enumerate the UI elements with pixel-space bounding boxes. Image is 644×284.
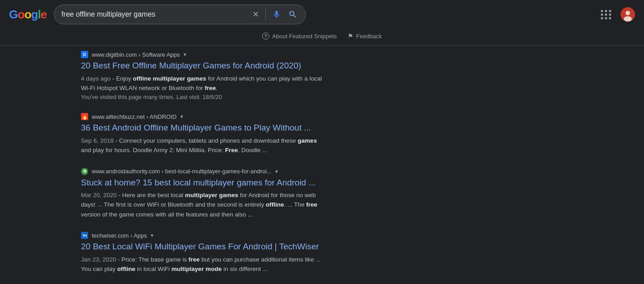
apps-dot <box>605 14 607 16</box>
apps-dot <box>601 14 603 16</box>
source-dropdown-arrow[interactable]: ▾ <box>180 113 183 120</box>
apps-dot <box>609 17 611 19</box>
result-desc-text: - Enjoy offline multiplayer games for An… <box>81 75 322 91</box>
feedback-label: Feedback <box>356 33 382 40</box>
result-title[interactable]: 36 Best Android Offline Multiplayer Game… <box>81 122 324 134</box>
favicon: ⚙ <box>81 168 88 175</box>
header: Google ✕ <box>0 0 644 29</box>
voice-search-button[interactable] <box>271 9 282 20</box>
flag-icon: ⚑ <box>348 32 353 40</box>
avatar[interactable] <box>621 7 635 22</box>
search-icons: ✕ <box>251 9 298 20</box>
clear-button[interactable]: ✕ <box>251 9 260 20</box>
google-logo[interactable]: Google <box>9 8 47 22</box>
svg-point-1 <box>626 11 630 15</box>
result-date: Mar 20, 2020 <box>81 192 117 198</box>
result-date: Sep 6, 2018 <box>81 137 114 144</box>
divider <box>265 9 266 20</box>
result-desc: Jan 23, 2020 - Price: The base game is f… <box>81 255 324 274</box>
search-button[interactable] <box>287 9 298 20</box>
result-desc: Sep 6, 2018 - Connect your computers, ta… <box>81 136 324 155</box>
visited-note: You've visited this page many times. Las… <box>81 94 324 100</box>
result-title[interactable]: 20 Best Free Offline Multiplayer Games f… <box>81 60 324 72</box>
result-source: D www.digitbin.com › www.digitbin.com › … <box>81 51 324 58</box>
about-featured-snippets-label: About Featured Snippets <box>272 33 337 40</box>
result-desc-text: - Connect your computers, tablets and ph… <box>81 137 317 153</box>
source-dropdown-arrow[interactable]: ▾ <box>151 232 153 239</box>
result-title[interactable]: Stuck at home? 15 best local multiplayer… <box>81 177 324 189</box>
result-source: 🔥 www.alltechbuzz.net › ANDROID ▾ <box>81 113 324 120</box>
snippet-bar: ? About Featured Snippets ⚑ Feedback <box>0 29 644 45</box>
result-date: 4 days ago <box>81 75 111 82</box>
favicon: TH <box>81 232 88 239</box>
result-desc-text: - Price: The base game is free but you c… <box>81 256 321 272</box>
result-item: ⚙ www.androidauthority.com › best-local-… <box>81 168 324 220</box>
search-input[interactable] <box>62 10 248 18</box>
apps-dot <box>609 14 611 16</box>
result-item: 🔥 www.alltechbuzz.net › ANDROID ▾ 36 Bes… <box>81 113 324 155</box>
apps-dot <box>609 10 611 12</box>
source-url: www.androidauthority.com › best-local-mu… <box>92 168 272 175</box>
result-title[interactable]: 20 Best Local WiFi Multiplayer Games For… <box>81 241 324 253</box>
result-source: ⚙ www.androidauthority.com › best-local-… <box>81 168 324 175</box>
about-featured-snippets-link[interactable]: ? About Featured Snippets <box>262 32 337 40</box>
search-bar: ✕ <box>54 5 306 24</box>
svg-point-2 <box>624 16 632 22</box>
result-item: D www.digitbin.com › www.digitbin.com › … <box>81 51 324 100</box>
source-dropdown-arrow[interactable]: ▾ <box>275 168 278 175</box>
result-desc: 4 days ago - Enjoy offline multiplayer g… <box>81 74 324 93</box>
source-url: techwiser.com › Apps <box>92 232 147 239</box>
feedback-link[interactable]: ⚑ Feedback <box>348 32 382 40</box>
apps-dot <box>605 17 607 19</box>
apps-dot <box>601 17 603 19</box>
source-url: www.digitbin.com › www.digitbin.com › So… <box>92 51 180 58</box>
source-url: www.alltechbuzz.net › ANDROID <box>92 113 177 120</box>
question-icon: ? <box>262 32 269 40</box>
apps-icon[interactable] <box>599 8 613 21</box>
header-right <box>599 7 635 22</box>
result-item: TH techwiser.com › Apps ▾ 20 Best Local … <box>81 232 324 274</box>
result-desc: Mar 20, 2020 - Here are the best local m… <box>81 190 324 219</box>
source-dropdown-arrow[interactable]: ▾ <box>183 51 186 58</box>
apps-dot <box>605 10 607 12</box>
favicon: D <box>81 51 88 58</box>
favicon: 🔥 <box>81 113 88 120</box>
apps-dot <box>601 10 603 12</box>
result-date: Jan 23, 2020 <box>81 256 116 263</box>
result-source: TH techwiser.com › Apps ▾ <box>81 232 324 239</box>
results-container: D www.digitbin.com › www.digitbin.com › … <box>0 45 405 284</box>
